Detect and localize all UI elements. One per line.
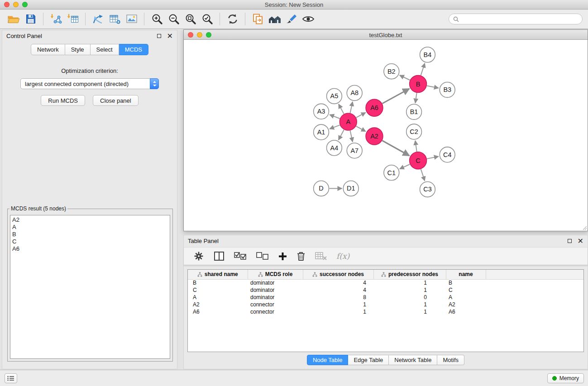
table-cell[interactable]: 4 (303, 286, 373, 294)
table-row[interactable]: Adominator80A (188, 294, 583, 301)
graph-edge-B-B3[interactable] (427, 86, 439, 88)
network-window-titlebar[interactable]: testGlobe.txt (184, 30, 588, 40)
new-network-table-button[interactable] (106, 11, 123, 27)
table-cell[interactable]: A (446, 294, 486, 301)
graph-node-B4[interactable]: B4 (420, 47, 435, 62)
select-all-columns-button[interactable] (234, 250, 247, 262)
graph-edge-A-A2[interactable] (356, 126, 366, 132)
graph-edge-C-C4[interactable] (427, 157, 439, 159)
tab-mcds[interactable]: MCDS (119, 44, 148, 55)
table-cell[interactable]: connector (248, 308, 303, 315)
task-history-button[interactable] (5, 373, 17, 383)
table-cell[interactable]: connector (248, 301, 303, 308)
mcds-result-list[interactable]: A2ABCA6 (10, 215, 170, 359)
graph-edge-C-C1[interactable] (400, 164, 410, 169)
table-cell[interactable]: 8 (303, 294, 373, 301)
table-cell[interactable]: 1 (303, 301, 373, 308)
run-mcds-button[interactable]: Run MCDS (41, 95, 85, 106)
graph-node-C[interactable]: C (410, 152, 427, 169)
refresh-view-button[interactable] (224, 11, 241, 27)
column-header-name[interactable]: name (446, 270, 486, 279)
table-row[interactable]: A6connector11A6 (188, 308, 583, 315)
float-table-panel-icon[interactable] (568, 239, 572, 243)
tab-motifs[interactable]: Motifs (437, 355, 464, 365)
column-header-shared-name[interactable]: shared name (188, 270, 248, 279)
zoom-out-button[interactable] (165, 11, 182, 27)
column-header-mcds-role[interactable]: MCDS role (248, 270, 303, 279)
graph-node-B2[interactable]: B2 (384, 64, 399, 79)
import-table-button[interactable] (64, 11, 81, 27)
graph-node-A1[interactable]: A1 (314, 124, 329, 140)
close-table-panel-icon[interactable]: ✕ (578, 238, 583, 245)
table-row[interactable]: A2connector11A2 (188, 301, 583, 308)
graph-node-D1[interactable]: D1 (343, 181, 359, 196)
clone-network-button[interactable] (249, 11, 266, 27)
mcds-result-item[interactable]: A (12, 224, 168, 231)
close-panel-icon[interactable]: ✕ (167, 33, 173, 40)
graph-node-C1[interactable]: C1 (384, 165, 399, 181)
graph-node-C3[interactable]: C3 (420, 182, 435, 197)
delete-table-button[interactable] (315, 250, 327, 262)
table-settings-button[interactable] (193, 250, 204, 262)
tab-select[interactable]: Select (91, 44, 119, 55)
graph-edge-A-A3[interactable] (330, 114, 339, 119)
graph-edge-A-A8[interactable] (350, 102, 353, 113)
graph-node-A5[interactable]: A5 (327, 88, 342, 104)
graph-edge-C-C3[interactable] (421, 169, 425, 181)
graph-node-A7[interactable]: A7 (347, 143, 362, 158)
tab-node-table[interactable]: Node Table (307, 355, 349, 365)
unselect-all-columns-button[interactable] (256, 250, 269, 262)
graph-edge-A2-C[interactable] (382, 141, 409, 156)
table-cell[interactable]: 1 (303, 308, 373, 315)
table-row[interactable]: Cdominator41C (188, 286, 583, 294)
table-cell[interactable]: C (446, 286, 486, 294)
graph-node-A4[interactable]: A4 (327, 140, 342, 156)
dropdown-stepper-icon[interactable] (150, 78, 159, 89)
table-cell[interactable]: 1 (373, 301, 446, 308)
network-canvas[interactable]: B4B2BB3A5A8A6B1A3AC2A1A2A4A7C4CC1C3DD1 (184, 40, 588, 231)
graph-node-A2[interactable]: A2 (366, 128, 383, 145)
delete-column-button[interactable] (296, 250, 306, 262)
graph-node-C4[interactable]: C4 (440, 147, 455, 162)
table-row[interactable]: Bdominator41B (188, 279, 583, 286)
graph-node-A3[interactable]: A3 (314, 104, 329, 119)
add-column-button[interactable] (278, 250, 287, 262)
table-cell[interactable]: A (188, 294, 248, 301)
mcds-result-item[interactable]: A2 (12, 216, 168, 224)
new-network-button[interactable] (90, 11, 106, 27)
table-cell[interactable]: dominator (248, 294, 303, 301)
graph-node-B1[interactable]: B1 (406, 104, 422, 119)
tab-network[interactable]: Network (31, 44, 65, 55)
column-header-predecessor-nodes[interactable]: predecessor nodes (373, 270, 446, 279)
table-cell[interactable]: A2 (188, 301, 248, 308)
first-neighbors-button[interactable] (266, 11, 283, 27)
graph-edge-A6-B[interactable] (382, 89, 410, 104)
mcds-result-item[interactable]: B (12, 231, 168, 238)
export-image-button[interactable] (123, 11, 140, 27)
graph-node-A[interactable]: A (339, 113, 357, 130)
fit-content-button[interactable] (182, 11, 199, 27)
open-file-button[interactable] (5, 11, 22, 27)
zoom-in-button[interactable] (148, 11, 165, 27)
column-header-successor-nodes[interactable]: successor nodes (303, 270, 373, 279)
import-network-button[interactable] (48, 11, 64, 27)
graph-node-B[interactable]: B (410, 76, 427, 93)
search-input[interactable] (461, 16, 578, 22)
show-details-button[interactable] (300, 11, 316, 27)
table-cell[interactable]: 1 (373, 279, 446, 286)
zoom-selected-button[interactable] (199, 11, 215, 27)
show-columns-button[interactable] (214, 250, 225, 262)
search-box[interactable] (449, 14, 583, 24)
table-cell[interactable]: B (446, 279, 486, 286)
mcds-result-item[interactable]: A6 (12, 245, 168, 253)
function-builder-button[interactable]: f(x) (336, 250, 349, 262)
memory-button[interactable]: Memory (547, 373, 584, 383)
graph-edge-A-A5[interactable] (339, 104, 344, 114)
table-cell[interactable]: A6 (446, 308, 486, 315)
resize-grip-icon[interactable] (582, 225, 587, 230)
table-cell[interactable]: 1 (373, 308, 446, 315)
table-cell[interactable]: A2 (446, 301, 486, 308)
table-cell[interactable]: 1 (373, 286, 446, 294)
graph-edge-A-A4[interactable] (339, 130, 344, 140)
mcds-result-item[interactable]: C (12, 238, 168, 245)
